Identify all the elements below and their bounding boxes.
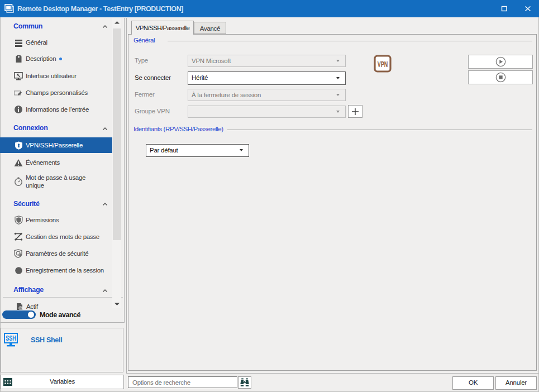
svg-text:SSH: SSH <box>6 334 16 342</box>
svg-text:VPN: VPN <box>378 59 388 69</box>
